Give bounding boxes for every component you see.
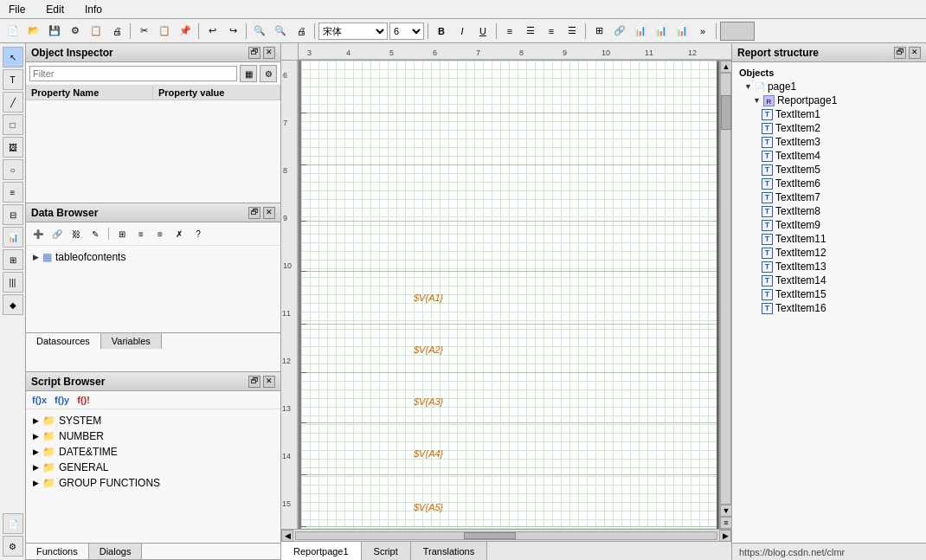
tree-page1[interactable]: ▼ 📄 page1 <box>736 80 923 93</box>
hscroll-left[interactable]: ◀ <box>281 530 293 542</box>
vscroll-up[interactable]: ▲ <box>720 61 731 73</box>
tree-textitem8[interactable]: T TextItem8 <box>736 204 923 218</box>
hscroll-thumb[interactable] <box>464 532 516 539</box>
tree-reportpage1[interactable]: ▼ R Reportpage1 <box>736 93 923 107</box>
print-button[interactable]: 🖨 <box>292 22 311 41</box>
redo-button[interactable]: ↪ <box>223 22 242 41</box>
canvas-text-v1[interactable]: $V{A1} <box>414 293 443 303</box>
text-tool[interactable]: T <box>3 69 23 90</box>
font-select[interactable]: 宋体 <box>318 23 388 40</box>
barcode-tool[interactable]: ||| <box>3 272 23 293</box>
script-item-groupfunctions[interactable]: ▶ 📁 GROUP FUNCTIONS <box>29 475 277 491</box>
db-tree-row[interactable]: ▶ ▦ tableofcontents <box>29 249 277 265</box>
chart-tool[interactable]: 📊 <box>3 227 23 248</box>
tb-more[interactable]: » <box>693 22 712 41</box>
tb-btn6[interactable]: 🖨 <box>107 22 126 41</box>
band-tool[interactable]: ≡ <box>3 182 23 203</box>
zoomin-button[interactable]: 🔍 <box>250 22 269 41</box>
sb-restore-button[interactable]: 🗗 <box>248 376 260 388</box>
canvas-text-v5[interactable]: $V{A5} <box>414 502 443 512</box>
undo-button[interactable]: ↩ <box>203 22 222 41</box>
tb-extra4[interactable]: 📊 <box>672 22 691 41</box>
tree-textitem3[interactable]: T TextItem3 <box>736 135 923 149</box>
db-delete-btn[interactable]: ✗ <box>170 225 188 242</box>
page-icon-btn[interactable]: 📄 <box>3 513 23 534</box>
canvas-tab-reportpage[interactable]: Reportpage1 <box>281 542 362 560</box>
bold-button[interactable]: B <box>432 22 451 41</box>
tree-textitem2[interactable]: T TextItem2 <box>736 121 923 135</box>
db-row-btn[interactable]: ≡ <box>151 225 169 242</box>
vscroll-extra[interactable]: ≡ <box>720 517 731 529</box>
close-button[interactable]: ✕ <box>263 47 275 59</box>
canvas-tab-script[interactable]: Script <box>362 542 411 560</box>
vscroll-down[interactable]: ▼ <box>720 505 731 517</box>
canvas-tab-translations[interactable]: Translations <box>411 542 488 560</box>
restore-button[interactable]: 🗗 <box>248 47 260 59</box>
menu-edit[interactable]: Edit <box>41 2 69 17</box>
hscroll-right[interactable]: ▶ <box>719 530 731 542</box>
canvas-text-v3[interactable]: $V{A3} <box>414 396 443 407</box>
filter-view-btn[interactable]: ▦ <box>240 65 257 82</box>
script-tab-functions[interactable]: Functions <box>26 544 89 559</box>
settings-icon-btn[interactable]: ⚙ <box>3 536 23 557</box>
tree-textitem11[interactable]: T TextItem11 <box>736 232 923 246</box>
tb-extra3[interactable]: 📊 <box>652 22 671 41</box>
justify-button[interactable]: ☰ <box>563 22 582 41</box>
db-close-button[interactable]: ✕ <box>263 207 275 219</box>
size-select[interactable]: 6 <box>389 23 424 40</box>
underline-button[interactable]: U <box>473 22 492 41</box>
filter-config-btn[interactable]: ⚙ <box>260 65 277 82</box>
tb-extra2[interactable]: 📊 <box>631 22 650 41</box>
db-table-btn[interactable]: ⊞ <box>113 225 131 242</box>
script-item-general[interactable]: ▶ 📁 GENERAL <box>29 460 277 475</box>
rect-tool[interactable]: □ <box>3 114 23 135</box>
align-right-button[interactable]: ≡ <box>542 22 561 41</box>
vscroll-thumb[interactable] <box>721 95 731 130</box>
script-item-datetime[interactable]: ▶ 📁 DATE&TIME <box>29 444 277 460</box>
tree-textitem7[interactable]: T TextItem7 <box>736 190 923 204</box>
db-tab-variables[interactable]: Variables <box>101 333 162 349</box>
db-col-btn[interactable]: ≡ <box>132 225 150 242</box>
align-center-button[interactable]: ☰ <box>521 22 540 41</box>
save-button[interactable]: 💾 <box>45 22 64 41</box>
menu-file[interactable]: File <box>3 2 30 17</box>
filter-input[interactable] <box>29 66 237 81</box>
db-unlink-btn[interactable]: ⛓ <box>68 225 85 242</box>
script-item-number[interactable]: ▶ 📁 NUMBER <box>29 428 277 444</box>
canvas-text-v4[interactable]: $V{A4} <box>414 448 443 459</box>
tb-btn5[interactable]: 📋 <box>87 22 106 41</box>
config-button[interactable]: ⚙ <box>66 22 85 41</box>
db-restore-button[interactable]: 🗗 <box>248 207 260 219</box>
script-tab-dialogs[interactable]: Dialogs <box>89 544 143 559</box>
tb-extra1[interactable]: 🔗 <box>610 22 629 41</box>
line-tool[interactable]: ╱ <box>3 92 23 113</box>
image-tool[interactable]: 🖼 <box>3 137 23 158</box>
tree-textitem13[interactable]: T TextItem13 <box>736 260 923 274</box>
tree-textitem5[interactable]: T TextItem5 <box>736 163 923 177</box>
tree-textitem16[interactable]: T TextItem16 <box>736 301 923 315</box>
menu-info[interactable]: Info <box>80 2 107 17</box>
cursor-tool[interactable]: ↖ <box>3 47 23 68</box>
script-icon-2[interactable]: f()y <box>52 394 72 406</box>
tree-textitem14[interactable]: T TextItem14 <box>736 274 923 287</box>
tb-scroll[interactable] <box>720 22 755 41</box>
db-tab-datasources[interactable]: Datasources <box>26 333 101 349</box>
rs-restore-button[interactable]: 🗗 <box>894 47 906 59</box>
zoomout-button[interactable]: 🔍 <box>271 22 290 41</box>
shape-tool[interactable]: ◆ <box>3 294 23 315</box>
circle-tool[interactable]: ○ <box>3 159 23 180</box>
align-left-button[interactable]: ≡ <box>500 22 519 41</box>
frame-tool[interactable]: ⊟ <box>3 204 23 225</box>
italic-button[interactable]: I <box>453 22 472 41</box>
db-edit-btn[interactable]: ✎ <box>87 225 104 242</box>
paste-button[interactable]: 📌 <box>176 22 195 41</box>
rs-close-button[interactable]: ✕ <box>909 47 921 59</box>
sub-tool[interactable]: ⊞ <box>3 249 23 270</box>
db-help-btn[interactable]: ? <box>190 225 207 242</box>
tree-textitem15[interactable]: T TextItem15 <box>736 287 923 301</box>
tree-textitem4[interactable]: T TextItem4 <box>736 149 923 163</box>
grid-button[interactable]: ⊞ <box>589 22 608 41</box>
tree-textitem6[interactable]: T TextItem6 <box>736 177 923 190</box>
script-icon-3[interactable]: f()! <box>74 394 93 406</box>
tree-textitem1[interactable]: T TextItem1 <box>736 107 923 121</box>
